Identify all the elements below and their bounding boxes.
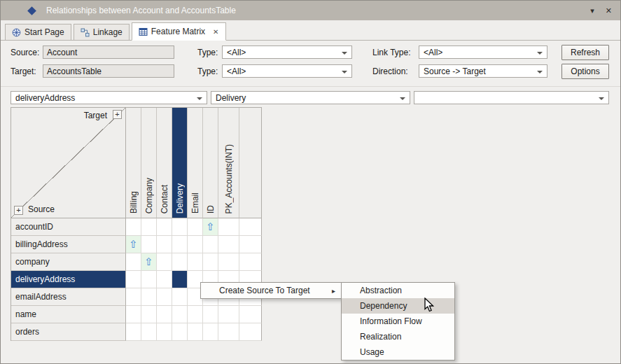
matrix-cell-billingAddress-Billing[interactable]: ⇧ [126, 236, 141, 253]
matrix-cell-filler [239, 218, 262, 236]
target-attribute-dropdown[interactable]: Delivery [211, 91, 410, 104]
row-header-billingAddress[interactable]: billingAddress [11, 236, 126, 253]
matrix-cell-deliveryAddress-Company[interactable] [141, 271, 157, 288]
tab-start-page[interactable]: Start Page [5, 24, 71, 41]
target-value: AccountsTable [47, 66, 102, 76]
matrix-cell-orders-Email[interactable] [188, 323, 203, 341]
window-menu-icon[interactable]: ▾ [590, 6, 594, 15]
refresh-button[interactable]: Refresh [561, 45, 609, 60]
column-header-Contact[interactable]: Contact [157, 108, 172, 218]
matrix-cell-billingAddress-PK_Accounts(INT)[interactable] [218, 236, 239, 253]
matrix-cell-orders-Billing[interactable] [126, 323, 141, 341]
matrix-cell-emailAddress-Company[interactable] [141, 288, 157, 306]
row-header-emailAddress[interactable]: emailAddress [11, 288, 126, 306]
source-label: Source: [11, 48, 39, 57]
matrix-cell-orders-Company[interactable] [141, 323, 157, 341]
tab-close-icon[interactable]: ✕ [213, 28, 218, 36]
column-header-Delivery[interactable]: Delivery [172, 108, 188, 218]
column-header-Company[interactable]: Company [141, 108, 157, 218]
column-header-ID[interactable]: ID [203, 108, 218, 218]
submenu-item-abstraction[interactable]: Abstraction [342, 283, 454, 298]
matrix-cell-emailAddress-Delivery[interactable] [172, 288, 188, 306]
source-input[interactable]: Account [43, 46, 174, 59]
matrix-cell-name-Contact[interactable] [157, 306, 172, 323]
matrix-cell-filler [239, 306, 262, 323]
matrix-cell-deliveryAddress-Billing[interactable] [126, 271, 141, 288]
matrix-cell-name-ID[interactable] [203, 306, 218, 323]
row-header-company[interactable]: company [11, 253, 126, 271]
target-expand-button[interactable]: + [113, 110, 122, 119]
matrix-cell-company-Contact[interactable] [157, 253, 172, 271]
matrix-cell-name-PK_Accounts(INT)[interactable] [218, 306, 239, 323]
row-header-deliveryAddress[interactable]: deliveryAddress [11, 271, 126, 288]
matrix-cell-accountID-Contact[interactable] [157, 218, 172, 236]
matrix-cell-accountID-Email[interactable] [188, 218, 203, 236]
options-button[interactable]: Options [561, 64, 609, 79]
matrix-cell-accountID-Delivery[interactable] [172, 218, 188, 236]
source-attribute-value: deliveryAddress [15, 93, 75, 103]
matrix-cell-orders-Contact[interactable] [157, 323, 172, 341]
matrix-cell-name-Company[interactable] [141, 306, 157, 323]
matrix-cell-emailAddress-Billing[interactable] [126, 288, 141, 306]
start-page-icon [12, 28, 21, 37]
matrix-cell-accountID-PK_Accounts(INT)[interactable] [218, 218, 239, 236]
matrix-cell-billingAddress-Company[interactable] [141, 236, 157, 253]
link-type-value: <All> [424, 48, 442, 57]
matrix-cell-name-Email[interactable] [188, 306, 203, 323]
matrix-cell-filler [239, 253, 262, 271]
matrix-cell-company-Delivery[interactable] [172, 253, 188, 271]
direction-dropdown[interactable]: Source -> Target [419, 64, 547, 78]
row-header-accountID[interactable]: accountID [11, 218, 126, 236]
matrix-cell-orders-ID[interactable] [203, 323, 218, 341]
matrix-cell-accountID-ID[interactable]: ⇧ [203, 218, 218, 236]
column-header-Billing[interactable]: Billing [126, 108, 141, 218]
submenu-item-realization[interactable]: Realization [342, 329, 454, 344]
matrix-cell-company-Email[interactable] [188, 253, 203, 271]
title-bar[interactable]: Relationships between Account and Accoun… [1, 1, 620, 20]
source-expand-button[interactable]: + [14, 206, 23, 215]
matrix-cell-filler [239, 236, 262, 253]
window-close-icon[interactable]: ✕ [606, 6, 612, 15]
window-title: Relationships between Account and Accoun… [46, 6, 236, 15]
target-input[interactable]: AccountsTable [43, 64, 174, 78]
column-header-label: Contact [160, 185, 169, 214]
direction-label: Direction: [372, 66, 408, 76]
target-type-dropdown[interactable]: <All> [222, 64, 352, 78]
matrix-cell-emailAddress-Contact[interactable] [157, 288, 172, 306]
menu-item-create-source-to-target[interactable]: Create Source To Target ▸ [201, 283, 341, 298]
tab-linkage[interactable]: Linkage [74, 24, 130, 41]
column-header-Email[interactable]: Email [188, 108, 203, 218]
tab-feature-matrix[interactable]: Feature Matrix ✕ [132, 22, 226, 41]
column-header-label: ID [206, 205, 216, 214]
matrix-cell-company-Billing[interactable] [126, 253, 141, 271]
context-menu: Create Source To Target ▸ [200, 282, 342, 299]
extra-filter-dropdown[interactable] [414, 91, 609, 104]
matrix-cell-orders-PK_Accounts(INT)[interactable] [218, 323, 239, 341]
matrix-cell-billingAddress-Delivery[interactable] [172, 236, 188, 253]
matrix-cell-deliveryAddress-Contact[interactable] [157, 271, 172, 288]
matrix-cell-billingAddress-Contact[interactable] [157, 236, 172, 253]
direction-value: Source -> Target [424, 66, 486, 76]
matrix-cell-orders-Delivery[interactable] [172, 323, 188, 341]
matrix-cell-name-Billing[interactable] [126, 306, 141, 323]
source-type-dropdown[interactable]: <All> [222, 46, 352, 59]
link-type-dropdown[interactable]: <All> [419, 46, 547, 59]
submenu-item-usage[interactable]: Usage [342, 344, 454, 360]
column-header-PK_Accounts(INT)[interactable]: PK_Accounts(INT) [218, 108, 239, 218]
matrix-cell-deliveryAddress-Delivery[interactable] [172, 271, 188, 288]
matrix-cell-billingAddress-ID[interactable] [203, 236, 218, 253]
link-type-label: Link Type: [372, 48, 410, 57]
matrix-cell-accountID-Company[interactable] [141, 218, 157, 236]
matrix-cell-accountID-Billing[interactable] [126, 218, 141, 236]
source-attribute-dropdown[interactable]: deliveryAddress [11, 91, 207, 104]
row-header-name[interactable]: name [11, 306, 126, 323]
matrix-cell-name-Delivery[interactable] [172, 306, 188, 323]
matrix-cell-company-Company[interactable]: ⇧ [141, 253, 157, 271]
submenu-item-dependency[interactable]: Dependency [342, 298, 454, 314]
corner-target-label: Target [84, 111, 107, 120]
matrix-cell-company-PK_Accounts(INT)[interactable] [218, 253, 239, 271]
submenu-item-information-flow[interactable]: Information Flow [342, 314, 454, 329]
matrix-cell-company-ID[interactable] [203, 253, 218, 271]
matrix-cell-billingAddress-Email[interactable] [188, 236, 203, 253]
row-header-orders[interactable]: orders [11, 323, 126, 341]
